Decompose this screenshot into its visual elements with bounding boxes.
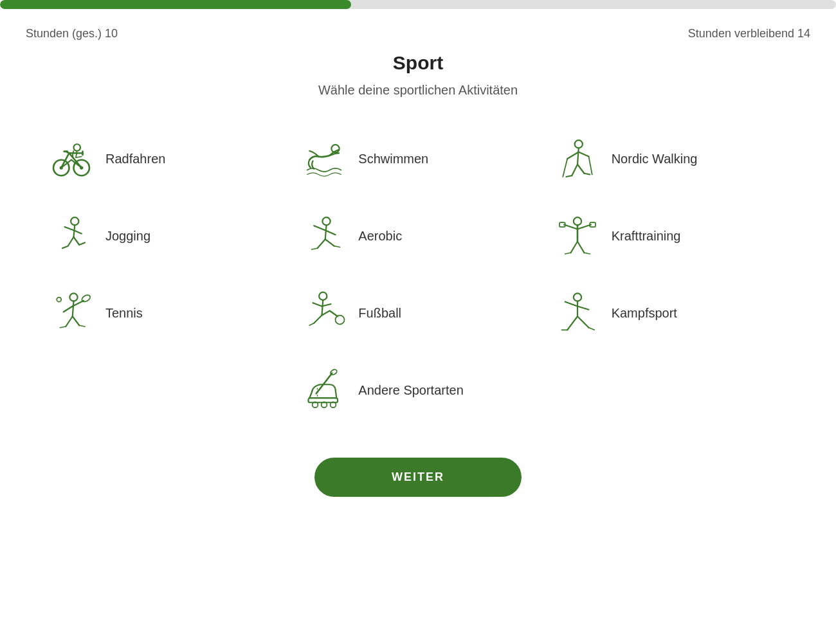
svg-line-14	[578, 152, 588, 157]
kampfsport-label: Kampfsport	[612, 306, 677, 321]
svg-point-41	[336, 316, 345, 325]
svg-line-18	[566, 175, 572, 177]
svg-line-23	[334, 246, 340, 247]
activity-aerobic[interactable]: Aerobic	[291, 207, 544, 265]
svg-line-51	[316, 373, 332, 394]
svg-point-8	[74, 144, 81, 151]
svg-line-11	[577, 148, 579, 164]
krafttraining-icon	[555, 213, 600, 258]
nordic-walking-label: Nordic Walking	[612, 152, 698, 166]
svg-point-21	[323, 217, 331, 225]
activities-grid: Radfahren Schwimmen	[0, 130, 836, 419]
svg-line-33	[584, 253, 590, 254]
svg-line-15	[588, 157, 592, 175]
radfahren-label: Radfahren	[105, 152, 165, 166]
svg-line-22	[312, 248, 318, 249]
svg-line-31	[577, 242, 585, 253]
svg-point-52	[330, 368, 338, 375]
hours-total: Stunden (ges.) 10	[26, 27, 118, 40]
weiter-button[interactable]: WEITER	[314, 458, 522, 497]
svg-point-43	[574, 293, 581, 301]
hours-remaining: Stunden verbleibend 14	[688, 27, 810, 40]
schwimmen-icon	[302, 136, 347, 181]
svg-line-45	[588, 328, 594, 330]
weiter-btn-container: WEITER	[0, 458, 836, 497]
andere-sportarten-label: Andere Sportarten	[358, 383, 463, 398]
svg-line-42	[310, 323, 314, 326]
krafttraining-label: Krafttraining	[612, 229, 681, 244]
aerobic-label: Aerobic	[358, 229, 402, 244]
svg-line-17	[577, 165, 585, 174]
activity-fussball[interactable]: Fußball	[291, 284, 544, 342]
activity-krafttraining[interactable]: Krafttraining	[545, 207, 797, 265]
tennis-label: Tennis	[105, 306, 143, 321]
fussball-icon	[302, 291, 347, 335]
activity-andere-sportarten[interactable]: Andere Sportarten	[291, 361, 544, 419]
svg-line-38	[60, 326, 66, 328]
fussball-label: Fußball	[358, 306, 401, 321]
progress-bar-container	[0, 0, 836, 9]
nordic-walking-icon	[555, 136, 600, 181]
svg-line-16	[572, 165, 577, 176]
svg-point-20	[71, 217, 78, 225]
svg-line-12	[567, 152, 579, 159]
page-subtitle: Wähle deine sportlichen Aktivitäten	[0, 83, 836, 98]
jogging-label: Jogging	[105, 229, 150, 244]
svg-point-24	[574, 217, 581, 225]
svg-line-13	[563, 159, 567, 177]
kampfsport-icon	[555, 291, 600, 335]
activity-kampfsport[interactable]: Kampfsport	[545, 284, 797, 342]
svg-point-40	[319, 292, 327, 300]
svg-line-19	[584, 174, 590, 175]
jogging-icon	[49, 213, 94, 258]
tennis-icon	[49, 291, 94, 335]
progress-bar-fill	[0, 0, 351, 9]
aerobic-icon	[302, 213, 347, 258]
schwimmen-label: Schwimmen	[358, 152, 428, 166]
activity-radfahren[interactable]: Radfahren	[39, 130, 291, 188]
andere-sportarten-icon	[302, 368, 347, 413]
svg-line-39	[79, 325, 85, 326]
activity-nordic-walking[interactable]: Nordic Walking	[545, 130, 797, 188]
svg-line-30	[570, 242, 577, 253]
stats-row: Stunden (ges.) 10 Stunden verbleibend 14	[0, 27, 836, 40]
page-title: Sport	[0, 52, 836, 74]
svg-line-32	[565, 253, 570, 254]
activity-tennis[interactable]: Tennis	[39, 284, 291, 342]
activity-jogging[interactable]: Jogging	[39, 207, 291, 265]
radfahren-icon	[49, 136, 94, 181]
svg-point-35	[81, 294, 91, 303]
svg-point-37	[57, 298, 61, 302]
svg-point-10	[574, 140, 582, 148]
svg-point-34	[69, 293, 77, 301]
activity-schwimmen[interactable]: Schwimmen	[291, 130, 544, 188]
